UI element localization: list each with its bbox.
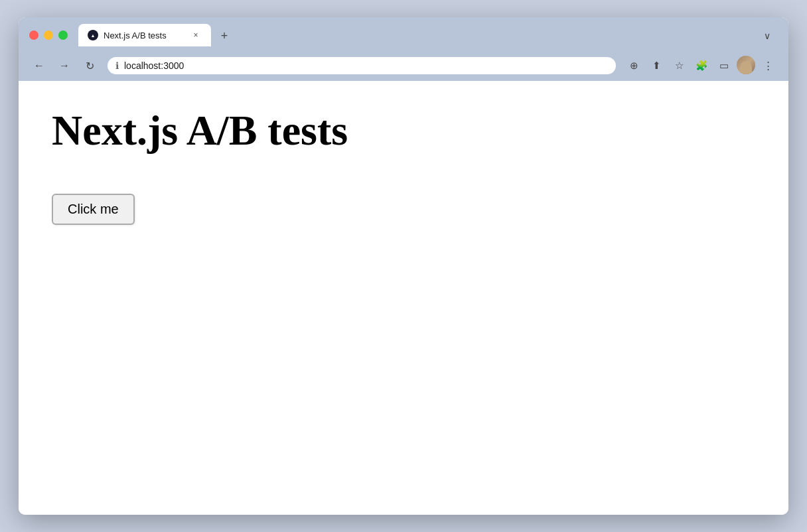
address-bar[interactable]: ℹ localhost:3000 (108, 57, 616, 74)
address-info-icon: ℹ (115, 60, 119, 71)
address-text: localhost:3000 (124, 60, 608, 71)
extensions-button[interactable]: 🧩 (692, 56, 711, 76)
share-button[interactable]: ⬆ (646, 56, 666, 76)
maximize-window-button[interactable] (58, 31, 68, 40)
title-bar: Next.js A/B tests × + ∨ (19, 17, 788, 52)
nav-actions: ⊕ ⬆ ☆ 🧩 ▭ ⋮ (624, 56, 778, 76)
nav-bar: ← → ↻ ℹ localhost:3000 ⊕ ⬆ ☆ 🧩 ▭ ⋮ (19, 52, 788, 81)
active-tab[interactable]: Next.js A/B tests × (78, 24, 211, 46)
close-window-button[interactable] (29, 31, 38, 40)
sidebar-button[interactable]: ▭ (714, 56, 734, 76)
tab-title: Next.js A/B tests (104, 31, 184, 40)
title-bar-top: Next.js A/B tests × + ∨ (29, 24, 778, 46)
user-avatar[interactable] (737, 56, 755, 74)
page-content: Next.js A/B tests Click me (19, 81, 788, 515)
bookmark-button[interactable]: ☆ (669, 56, 689, 76)
browser-window: Next.js A/B tests × + ∨ ← → ↻ ℹ localhos… (19, 17, 788, 515)
minimize-window-button[interactable] (44, 31, 53, 40)
traffic-lights (29, 31, 68, 40)
tabs-row: Next.js A/B tests × + ∨ (78, 24, 778, 46)
forward-button[interactable]: → (54, 56, 74, 76)
tab-favicon-icon (88, 30, 98, 40)
tab-close-button[interactable]: × (190, 29, 202, 41)
new-tab-button[interactable]: + (214, 25, 235, 46)
zoom-button[interactable]: ⊕ (624, 56, 644, 76)
click-me-button[interactable]: Click me (52, 194, 135, 225)
back-button[interactable]: ← (29, 56, 49, 76)
avatar-figure (740, 61, 752, 74)
tabs-chevron-button[interactable]: ∨ (757, 25, 778, 46)
page-heading: Next.js A/B tests (52, 107, 755, 154)
reload-button[interactable]: ↻ (80, 56, 100, 76)
menu-button[interactable]: ⋮ (758, 56, 778, 76)
